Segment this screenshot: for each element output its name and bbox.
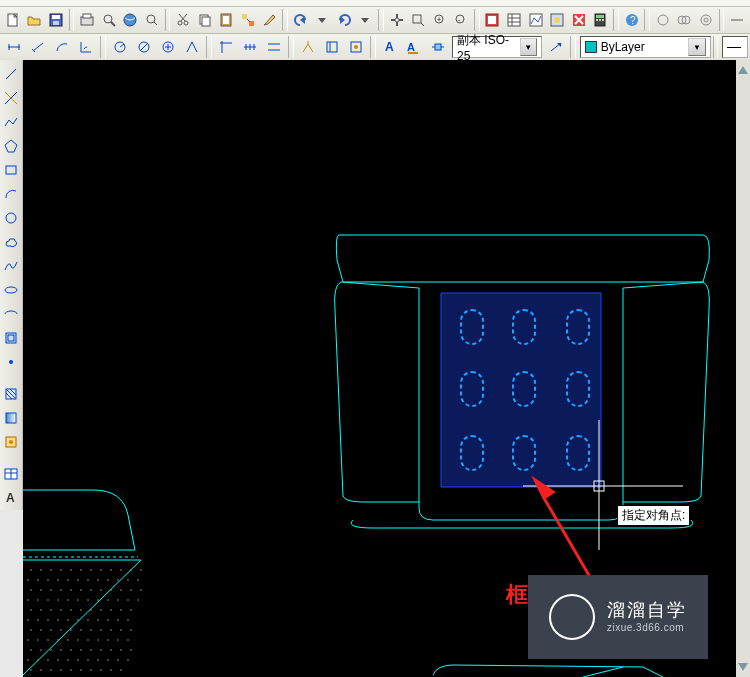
save-button[interactable]	[45, 8, 67, 32]
table-button[interactable]	[0, 463, 22, 485]
dim-rcross-icon	[160, 39, 176, 55]
svg-point-204	[90, 629, 92, 631]
dim-r-button[interactable]	[108, 35, 132, 59]
cut-button[interactable]	[172, 8, 194, 32]
ellipse-arc-button[interactable]	[0, 303, 22, 325]
svg-point-238	[97, 659, 99, 661]
text-a-button[interactable]: A	[378, 35, 402, 59]
text-au-button[interactable]: A	[402, 35, 426, 59]
dim-bar-icon	[430, 39, 446, 55]
svg-point-223	[60, 649, 62, 651]
dim-lin-button[interactable]	[2, 35, 26, 59]
undo-arrow-button[interactable]	[311, 8, 333, 32]
dim-bar-button[interactable]	[426, 35, 450, 59]
drawing-area[interactable]: 指定对角点: 框 溜溜自学 zixue.3d66.com	[23, 60, 750, 677]
svg-rect-35	[508, 14, 520, 26]
svg-line-61	[33, 43, 43, 51]
dim-arc-button[interactable]	[50, 35, 74, 59]
zoom-realtime-button[interactable]: +	[429, 8, 451, 32]
dim-o1-button[interactable]	[214, 35, 238, 59]
calc-button[interactable]	[590, 8, 612, 32]
circle-button[interactable]	[0, 207, 22, 229]
zoom-window-button[interactable]	[407, 8, 429, 32]
find-button[interactable]	[141, 8, 163, 32]
dim-o2-button[interactable]	[238, 35, 262, 59]
brush-icon	[261, 12, 277, 28]
svg-rect-27	[413, 15, 421, 23]
dimstyle-dropdown[interactable]: 副本 ISO-25 ▼	[452, 36, 542, 58]
svg-point-202	[70, 629, 72, 631]
svg-point-11	[178, 21, 182, 25]
copy-button[interactable]	[194, 8, 216, 32]
help-button[interactable]: ?	[621, 8, 643, 32]
dim-d-button[interactable]	[132, 35, 156, 59]
lineweight-dropdown[interactable]	[722, 36, 748, 58]
open-button[interactable]	[24, 8, 46, 32]
spline-button[interactable]	[0, 255, 22, 277]
dim-sq2-button[interactable]	[344, 35, 368, 59]
svg-point-191	[67, 619, 69, 621]
publish-button[interactable]	[120, 8, 142, 32]
svg-point-181	[80, 609, 82, 611]
open-icon	[26, 12, 42, 28]
dim-q-button[interactable]	[296, 35, 320, 59]
block-button[interactable]	[0, 327, 22, 349]
save-icon	[48, 12, 64, 28]
region-button[interactable]	[0, 431, 22, 453]
svg-marker-89	[557, 43, 561, 47]
redo-arrow-button[interactable]	[355, 8, 377, 32]
dim-align-button[interactable]	[26, 35, 50, 59]
sheet-button[interactable]	[503, 8, 525, 32]
circ1-button[interactable]	[652, 8, 674, 32]
pline-button[interactable]	[0, 111, 22, 133]
zoom-prev-button[interactable]: -	[451, 8, 473, 32]
point-button[interactable]	[0, 351, 22, 373]
publish-icon	[122, 12, 138, 28]
pan-button[interactable]	[386, 8, 408, 32]
dim-up-button[interactable]	[544, 35, 568, 59]
undo-button[interactable]	[290, 8, 312, 32]
gradient-button[interactable]	[0, 407, 22, 429]
new-button[interactable]	[2, 8, 24, 32]
undo-icon	[293, 12, 309, 28]
redo-button[interactable]	[333, 8, 355, 32]
dim-sq-button[interactable]	[320, 35, 344, 59]
svg-text:?: ?	[630, 15, 636, 26]
svg-point-226	[90, 649, 92, 651]
match-button[interactable]	[237, 8, 259, 32]
arc-button[interactable]	[0, 183, 22, 205]
close-x-button[interactable]	[568, 8, 590, 32]
paste-button[interactable]	[215, 8, 237, 32]
plot-button[interactable]	[76, 8, 98, 32]
props-button[interactable]	[482, 8, 504, 32]
svg-point-201	[60, 629, 62, 631]
circ3-button[interactable]	[695, 8, 717, 32]
mtext-button[interactable]: A	[0, 487, 22, 509]
preview-button[interactable]	[98, 8, 120, 32]
rect-button[interactable]	[0, 159, 22, 181]
layer-color-dropdown[interactable]: ByLayer ▼	[580, 36, 711, 58]
svg-line-66	[140, 43, 148, 51]
line-button[interactable]	[0, 63, 22, 85]
design-button[interactable]	[525, 8, 547, 32]
dim-a-button[interactable]	[180, 35, 204, 59]
dash-button[interactable]	[726, 8, 748, 32]
cloud-button[interactable]	[0, 231, 22, 253]
svg-point-165	[37, 599, 39, 601]
poly-button[interactable]	[0, 135, 22, 157]
xline-button[interactable]	[0, 87, 22, 109]
ellipse-button[interactable]	[0, 279, 22, 301]
hatch-button[interactable]	[0, 383, 22, 405]
tool-button[interactable]	[546, 8, 568, 32]
circ2-button[interactable]	[674, 8, 696, 32]
dim-o3-button[interactable]	[262, 35, 286, 59]
mtext-icon: A	[3, 490, 19, 506]
region-icon	[3, 434, 19, 450]
dim-rcross-button[interactable]	[156, 35, 180, 59]
brush-button[interactable]	[259, 8, 281, 32]
cloud-icon	[3, 234, 19, 250]
svg-point-239	[107, 659, 109, 661]
dim-ang-button[interactable]	[74, 35, 98, 59]
svg-point-193	[87, 619, 89, 621]
svg-point-242	[30, 669, 32, 671]
